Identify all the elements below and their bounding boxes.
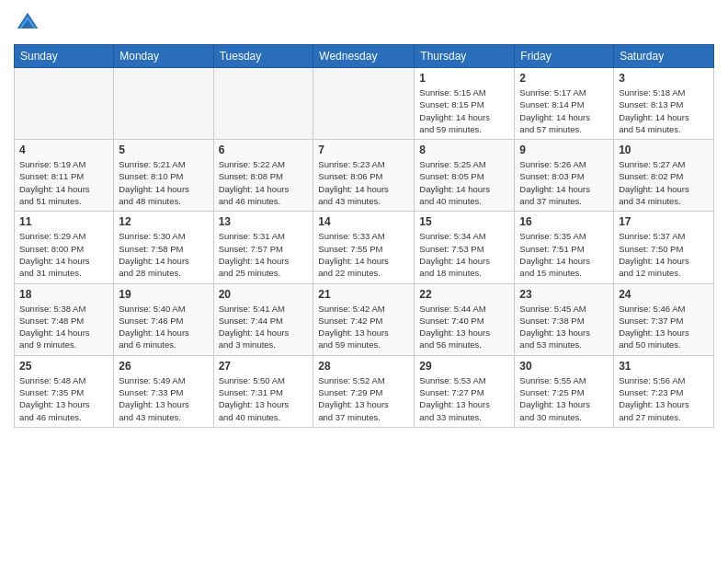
day-info: Sunrise: 5:22 AM Sunset: 8:08 PM Dayligh… [219,158,309,207]
day-number: 17 [619,215,709,228]
day-info: Sunrise: 5:37 AM Sunset: 7:50 PM Dayligh… [619,230,709,279]
day-number: 14 [318,215,409,228]
calendar-cell: 28Sunrise: 5:52 AM Sunset: 7:29 PM Dayli… [313,355,415,427]
weekday-header-monday: Monday [114,45,213,68]
calendar-cell: 12Sunrise: 5:30 AM Sunset: 7:58 PM Dayli… [114,212,213,283]
day-number: 28 [318,360,409,373]
day-number: 26 [119,360,208,373]
day-info: Sunrise: 5:49 AM Sunset: 7:33 PM Dayligh… [119,374,208,423]
weekday-header-friday: Friday [515,45,614,68]
calendar-cell: 29Sunrise: 5:53 AM Sunset: 7:27 PM Dayli… [415,355,515,427]
calendar-cell: 22Sunrise: 5:44 AM Sunset: 7:40 PM Dayli… [415,283,515,355]
day-number: 6 [219,144,309,156]
day-info: Sunrise: 5:46 AM Sunset: 7:37 PM Dayligh… [619,303,709,351]
logo [14,9,45,37]
day-info: Sunrise: 5:53 AM Sunset: 7:27 PM Dayligh… [419,374,509,423]
calendar-cell: 20Sunrise: 5:41 AM Sunset: 7:44 PM Dayli… [213,283,313,355]
weekday-header-saturday: Saturday [614,45,714,68]
calendar-cell: 25Sunrise: 5:48 AM Sunset: 7:35 PM Dayli… [15,355,114,427]
day-number: 3 [619,72,709,85]
calendar-cell: 6Sunrise: 5:22 AM Sunset: 8:08 PM Daylig… [213,140,313,212]
day-number: 18 [19,288,108,301]
day-info: Sunrise: 5:52 AM Sunset: 7:29 PM Dayligh… [318,374,409,423]
page: SundayMondayTuesdayWednesdayThursdayFrid… [0,0,728,437]
weekday-header-sunday: Sunday [15,45,114,68]
day-number: 27 [219,360,309,373]
calendar-cell: 1Sunrise: 5:15 AM Sunset: 8:15 PM Daylig… [415,68,515,140]
weekday-header-row: SundayMondayTuesdayWednesdayThursdayFrid… [15,45,714,68]
logo-icon [14,9,41,37]
calendar-cell: 27Sunrise: 5:50 AM Sunset: 7:31 PM Dayli… [213,355,313,427]
day-number: 1 [419,72,509,85]
day-number: 22 [419,288,509,301]
calendar-cell: 11Sunrise: 5:29 AM Sunset: 8:00 PM Dayli… [15,212,114,283]
day-number: 20 [219,288,309,301]
calendar-cell: 3Sunrise: 5:18 AM Sunset: 8:13 PM Daylig… [614,68,714,140]
calendar-cell: 10Sunrise: 5:27 AM Sunset: 8:02 PM Dayli… [614,140,714,212]
day-number: 24 [619,288,709,301]
day-info: Sunrise: 5:18 AM Sunset: 8:13 PM Dayligh… [619,86,709,135]
calendar-cell: 5Sunrise: 5:21 AM Sunset: 8:10 PM Daylig… [114,140,213,212]
day-info: Sunrise: 5:27 AM Sunset: 8:02 PM Dayligh… [619,158,709,207]
calendar-cell: 13Sunrise: 5:31 AM Sunset: 7:57 PM Dayli… [213,212,313,283]
weekday-header-thursday: Thursday [415,45,515,68]
day-info: Sunrise: 5:33 AM Sunset: 7:55 PM Dayligh… [318,230,409,279]
day-number: 29 [419,360,509,373]
day-info: Sunrise: 5:42 AM Sunset: 7:42 PM Dayligh… [318,303,409,351]
day-info: Sunrise: 5:48 AM Sunset: 7:35 PM Dayligh… [19,374,108,423]
calendar-cell: 4Sunrise: 5:19 AM Sunset: 8:11 PM Daylig… [15,140,114,212]
calendar-table: SundayMondayTuesdayWednesdayThursdayFrid… [14,44,714,428]
day-number: 11 [19,215,108,228]
calendar-cell: 7Sunrise: 5:23 AM Sunset: 8:06 PM Daylig… [313,140,415,212]
day-info: Sunrise: 5:45 AM Sunset: 7:38 PM Dayligh… [519,303,609,351]
day-number: 15 [419,215,509,228]
calendar-cell: 17Sunrise: 5:37 AM Sunset: 7:50 PM Dayli… [614,212,714,283]
calendar-cell: 21Sunrise: 5:42 AM Sunset: 7:42 PM Dayli… [313,283,415,355]
calendar-cell: 8Sunrise: 5:25 AM Sunset: 8:05 PM Daylig… [415,140,515,212]
calendar-week-3: 11Sunrise: 5:29 AM Sunset: 8:00 PM Dayli… [15,212,714,283]
day-info: Sunrise: 5:35 AM Sunset: 7:51 PM Dayligh… [519,230,609,279]
weekday-header-tuesday: Tuesday [213,45,313,68]
day-info: Sunrise: 5:56 AM Sunset: 7:23 PM Dayligh… [619,374,709,423]
calendar-cell: 18Sunrise: 5:38 AM Sunset: 7:48 PM Dayli… [15,283,114,355]
day-info: Sunrise: 5:38 AM Sunset: 7:48 PM Dayligh… [19,303,108,351]
day-number: 16 [519,215,609,228]
day-info: Sunrise: 5:29 AM Sunset: 8:00 PM Dayligh… [19,230,108,279]
day-info: Sunrise: 5:19 AM Sunset: 8:11 PM Dayligh… [19,158,108,207]
calendar-cell: 26Sunrise: 5:49 AM Sunset: 7:33 PM Dayli… [114,355,213,427]
calendar-cell: 19Sunrise: 5:40 AM Sunset: 7:46 PM Dayli… [114,283,213,355]
day-info: Sunrise: 5:15 AM Sunset: 8:15 PM Dayligh… [419,86,509,135]
day-info: Sunrise: 5:40 AM Sunset: 7:46 PM Dayligh… [119,303,208,351]
calendar-cell [213,68,313,140]
day-number: 7 [318,144,409,156]
day-number: 2 [519,72,609,85]
day-number: 25 [19,360,108,373]
calendar-cell [114,68,213,140]
calendar-cell: 31Sunrise: 5:56 AM Sunset: 7:23 PM Dayli… [614,355,714,427]
calendar-cell: 30Sunrise: 5:55 AM Sunset: 7:25 PM Dayli… [515,355,614,427]
calendar-cell: 2Sunrise: 5:17 AM Sunset: 8:14 PM Daylig… [515,68,614,140]
calendar-cell: 16Sunrise: 5:35 AM Sunset: 7:51 PM Dayli… [515,212,614,283]
day-info: Sunrise: 5:41 AM Sunset: 7:44 PM Dayligh… [219,303,309,351]
calendar-week-1: 1Sunrise: 5:15 AM Sunset: 8:15 PM Daylig… [15,68,714,140]
day-info: Sunrise: 5:21 AM Sunset: 8:10 PM Dayligh… [119,158,208,207]
day-info: Sunrise: 5:55 AM Sunset: 7:25 PM Dayligh… [519,374,609,423]
day-info: Sunrise: 5:25 AM Sunset: 8:05 PM Dayligh… [419,158,509,207]
day-number: 23 [519,288,609,301]
calendar-week-2: 4Sunrise: 5:19 AM Sunset: 8:11 PM Daylig… [15,140,714,212]
day-number: 13 [219,215,309,228]
day-number: 8 [419,144,509,156]
weekday-header-wednesday: Wednesday [313,45,415,68]
day-number: 12 [119,215,208,228]
day-number: 4 [19,144,108,156]
day-info: Sunrise: 5:50 AM Sunset: 7:31 PM Dayligh… [219,374,309,423]
day-number: 5 [119,144,208,156]
calendar-cell: 14Sunrise: 5:33 AM Sunset: 7:55 PM Dayli… [313,212,415,283]
calendar-cell: 9Sunrise: 5:26 AM Sunset: 8:03 PM Daylig… [515,140,614,212]
day-number: 30 [519,360,609,373]
day-number: 31 [619,360,709,373]
day-number: 21 [318,288,409,301]
day-info: Sunrise: 5:31 AM Sunset: 7:57 PM Dayligh… [219,230,309,279]
day-number: 19 [119,288,208,301]
day-info: Sunrise: 5:30 AM Sunset: 7:58 PM Dayligh… [119,230,208,279]
